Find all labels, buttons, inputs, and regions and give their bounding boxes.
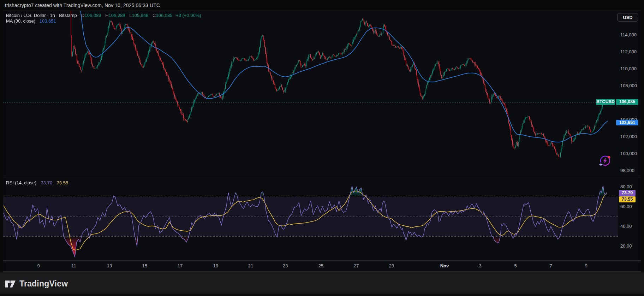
price-tick-label: 112,000 xyxy=(620,49,637,54)
rsi-tick-label: 40.00 xyxy=(620,224,632,229)
time-tick-label: 13 xyxy=(107,263,112,268)
rsi-indicator-title: RSI (14, close) xyxy=(6,180,36,185)
time-axis-separator xyxy=(3,260,641,261)
high-label: H xyxy=(105,13,108,18)
chart-widget: Bitcoin / U.S. Dollar · 1h · Bitstamp O1… xyxy=(3,11,641,272)
close-value: 106,085 xyxy=(156,13,172,18)
time-tick-label: 27 xyxy=(354,263,359,268)
rsi-tick-label: 80.00 xyxy=(620,184,632,189)
symbol-legend-row[interactable]: Bitcoin / U.S. Dollar · 1h · Bitstamp O1… xyxy=(6,13,201,18)
time-axis[interactable]: 911131517192123252729Nov3579 xyxy=(3,261,641,271)
time-tick-label: 15 xyxy=(142,263,147,268)
tradingview-wordmark: TradingView xyxy=(19,279,68,289)
time-tick-label: 7 xyxy=(549,263,552,268)
time-tick-label: 23 xyxy=(283,263,288,268)
footer-bar: TradingView xyxy=(0,272,644,296)
notification-dot xyxy=(608,156,610,158)
low-value: 105,948 xyxy=(132,13,148,18)
ma-indicator-title: MA (30, close) xyxy=(6,18,35,24)
lightning-bolt-icon xyxy=(603,158,607,164)
price-chart-canvas[interactable] xyxy=(3,11,618,177)
time-tick-label: Nov xyxy=(440,263,449,268)
rsi-value-badge: 73.70 xyxy=(619,190,636,196)
flash-ai-button[interactable] xyxy=(598,154,612,167)
rsi-chart-canvas[interactable] xyxy=(3,177,618,260)
time-tick-label: 25 xyxy=(318,263,323,268)
price-tick-label: 110,000 xyxy=(620,66,637,71)
price-tick-label: 98,000 xyxy=(620,168,634,173)
price-tick-label: 108,000 xyxy=(620,83,637,88)
time-tick-label: 29 xyxy=(389,263,394,268)
time-tick-label: 21 xyxy=(248,263,253,268)
ma-legend-row[interactable]: MA (30, close) 103,651 xyxy=(6,18,201,24)
open-label: O xyxy=(81,13,84,18)
last-price-badge: 106,085 xyxy=(616,99,638,105)
time-tick-label: 3 xyxy=(479,263,481,268)
rsi-ma-value: 73.55 xyxy=(57,180,68,185)
rsi-ma-value-badge: 73.55 xyxy=(619,196,636,202)
price-tick-label: 102,000 xyxy=(620,134,637,139)
open-value: 106,083 xyxy=(85,13,101,18)
rsi-legend-row[interactable]: RSI (14, close) 73.70 73.55 xyxy=(6,180,68,186)
time-tick-label: 9 xyxy=(585,263,587,268)
rsi-tick-label: 20.00 xyxy=(620,243,632,249)
tradingview-logo[interactable]: TradingView xyxy=(5,279,68,289)
time-tick-label: 19 xyxy=(213,263,218,268)
price-tick-label: 100,000 xyxy=(620,151,637,156)
change-value: +3 (+0.00%) xyxy=(176,13,201,18)
high-value: 106,289 xyxy=(109,13,125,18)
time-tick-label: 5 xyxy=(514,263,517,268)
rsi-tick-label: 60.00 xyxy=(620,204,632,209)
symbol-title: Bitcoin / U.S. Dollar · 1h · Bitstamp xyxy=(6,13,77,18)
last-price-symbol-badge: BTCUSD xyxy=(596,99,615,105)
pane-separator[interactable] xyxy=(3,177,641,177)
bottom-strip xyxy=(0,294,644,296)
ma-value-badge: 103,651 xyxy=(616,120,638,125)
time-tick-label: 11 xyxy=(71,263,76,268)
rsi-pane-legend: RSI (14, close) 73.70 73.55 xyxy=(6,180,68,186)
price-pane-legend: Bitcoin / U.S. Dollar · 1h · Bitstamp O1… xyxy=(6,13,201,24)
attribution-bar: trishacrypto7 created with TradingView.c… xyxy=(0,0,644,11)
time-tick-label: 9 xyxy=(37,263,40,268)
time-tick-label: 17 xyxy=(178,263,183,268)
ma-indicator-value: 103,651 xyxy=(40,18,56,24)
attribution-text: trishacrypto7 created with TradingView.c… xyxy=(5,2,160,8)
currency-toggle-button[interactable]: USD xyxy=(617,13,638,22)
rsi-value: 73.70 xyxy=(41,180,53,185)
price-tick-label: 114,000 xyxy=(620,32,637,37)
tradingview-logo-icon xyxy=(5,279,16,289)
